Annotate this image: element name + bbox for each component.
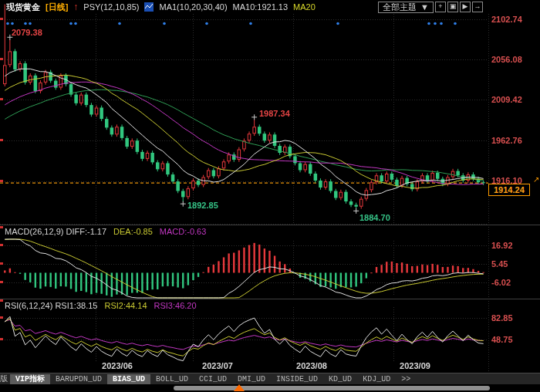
low-annotation: 1892.85 <box>187 201 218 210</box>
ma20-value-label: MA20 <box>293 2 316 12</box>
macd-value: MACD:-0.63 <box>160 227 207 236</box>
high-annotation: 1987.34 <box>259 109 290 118</box>
rsi-axis-label: 82.85 <box>491 313 513 323</box>
scrollbar-thumb[interactable] <box>174 386 490 390</box>
price-axis-label: 2102.74 <box>491 15 522 24</box>
chart-canvas[interactable] <box>0 0 540 392</box>
tab-BIAS_UD[interactable]: BIAS_UD <box>107 374 150 385</box>
ma10-value-label: MA10:1921.13 <box>233 2 289 12</box>
crosshair-icon[interactable]: + <box>435 2 446 12</box>
x-axis-label: 2023/09 <box>393 361 437 370</box>
symbol-title: 现货黄金 <box>6 2 40 13</box>
shift-pane-icon[interactable]: → <box>472 2 483 12</box>
rsi3-value: RSI3:46.20 <box>154 301 197 310</box>
price-pointer-icon: ↗ <box>533 175 539 184</box>
macd-title: MACD(26,12,9) DIFF:-1.17 <box>5 227 106 236</box>
ma-group-label[interactable]: MA1(10,20,30,40) <box>159 2 227 12</box>
rsi-axis-label: 48.75 <box>491 335 513 344</box>
up-arrow-icon: ↑ <box>73 2 78 12</box>
tab-VIP指标[interactable]: VIP指标 <box>10 374 50 385</box>
ma-chart-icon[interactable] <box>144 2 154 12</box>
price-axis-label: 2056.08 <box>491 55 522 64</box>
theme-dropdown-button[interactable]: 全部主题 ▼ <box>378 2 434 13</box>
tab-partial[interactable]: 版 <box>0 374 10 385</box>
price-axis-label: 2009.42 <box>491 95 522 104</box>
rsi-header: RSI(6,12,24) RSI1:38.15RSI2:44.14RSI3:46… <box>5 301 197 310</box>
chevron-down-icon: ▼ <box>420 2 429 12</box>
x-axis-label: 2023/06 <box>96 361 139 370</box>
toolbar: 现货黄金 [日线] ↑ PSY(12,10,85) MA1(10,20,30,4… <box>0 0 540 14</box>
grid-pane-icon[interactable]: ▣ <box>447 2 458 12</box>
tab-CCI_UD[interactable]: CCI_UD <box>194 374 232 385</box>
period-label[interactable]: [日线] <box>46 2 68 13</box>
low-annotation: 1884.70 <box>359 213 390 222</box>
macd-axis-label: 5.45 <box>491 259 508 269</box>
tab-BARUPDN_UD[interactable]: BARUPDN_UD <box>50 374 107 385</box>
tab-BOLL_UD[interactable]: BOLL_UD <box>150 374 194 385</box>
current-price-box: 1914.24 <box>488 184 530 196</box>
play-pane-icon[interactable]: ▶ <box>460 2 471 12</box>
rsi-title: RSI(6,12,24) RSI1:38.15 <box>5 301 97 310</box>
indicator-tabbar: 版 VIP指标BARUPDN_UDBIAS_UDBOLL_UDCCI_UDDMI… <box>0 373 540 385</box>
macd-axis-label: 16.92 <box>491 241 513 250</box>
macd-header: MACD(26,12,9) DIFF:-1.17DEA:-0.85MACD:-0… <box>5 227 206 236</box>
high-annotation: 2079.38 <box>12 28 42 37</box>
macd-axis-label: -6.02 <box>491 278 511 287</box>
dea-value: DEA:-0.85 <box>113 227 153 236</box>
x-axis-label: 2023/08 <box>290 361 333 370</box>
tab-INSIDE_UD[interactable]: INSIDE_UD <box>271 374 323 385</box>
x-axis-label: 2023/07 <box>196 361 239 370</box>
indicator-tabs: VIP指标BARUPDN_UDBIAS_UDBOLL_UDCCI_UDDMI_U… <box>10 374 416 385</box>
rsi2-value: RSI2:44.14 <box>104 301 147 310</box>
price-axis-label: 1962.76 <box>491 136 522 145</box>
tab-KD_UD[interactable]: KD_UD <box>323 374 357 385</box>
toolbar-right-group: 全部主题 ▼ + ▣ ▶ → <box>378 2 483 13</box>
tab->>[interactable]: >> <box>396 374 416 385</box>
theme-dropdown-label: 全部主题 <box>383 2 417 13</box>
tab-KDJ_UD[interactable]: KDJ_UD <box>357 374 396 385</box>
scroll-position-marker-icon[interactable] <box>234 384 245 391</box>
psy-indicator-label[interactable]: PSY(12,10,85) <box>83 2 139 12</box>
tab-DMI_UD[interactable]: DMI_UD <box>232 374 271 385</box>
chart-scrollbar <box>0 384 540 392</box>
